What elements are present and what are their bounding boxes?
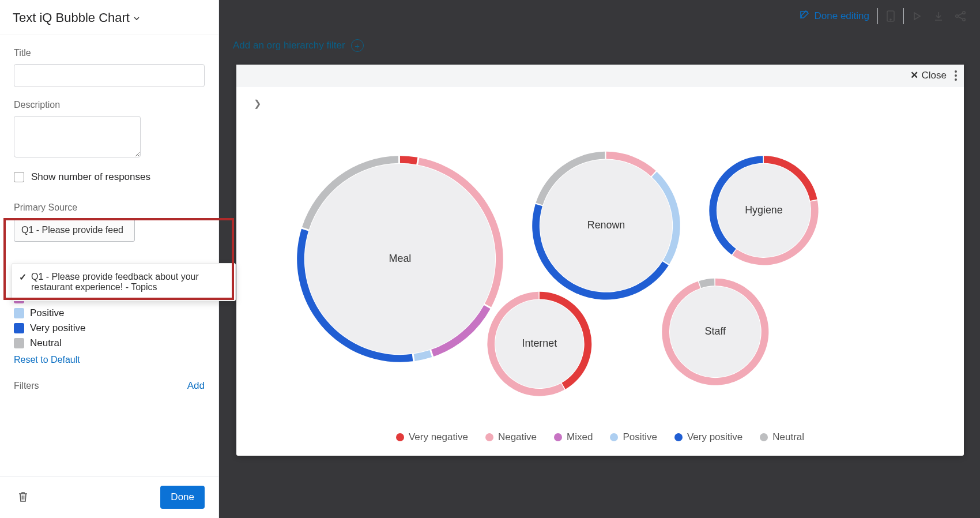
chevron-down-icon	[133, 10, 140, 25]
trash-icon	[17, 496, 29, 505]
description-input[interactable]	[14, 116, 141, 157]
filters-label: Filters	[14, 381, 39, 391]
canvas-toolbar: Done editing	[219, 0, 980, 32]
legend-mixed[interactable]: Mixed	[554, 431, 593, 443]
share-button[interactable]	[951, 7, 970, 25]
done-editing-button[interactable]: Done editing	[794, 6, 874, 27]
swatch-positive	[14, 308, 24, 318]
close-icon: ✕	[910, 69, 918, 81]
canvas: Done editing Add an org hierarchy filter…	[219, 0, 980, 518]
svg-point-2	[956, 15, 958, 17]
config-panel: Text iQ Bubble Chart Title Description S…	[0, 0, 219, 518]
chart-widget: ✕ Close ❯ MealRenownHygieneStaffInternet…	[236, 65, 964, 456]
primary-source-option[interactable]: ✓ Q1 - Please provide feedback about you…	[14, 268, 233, 296]
play-preview-button[interactable]	[907, 7, 926, 25]
legend-label: Very positive	[30, 322, 85, 334]
chart-legend: Very negative Negative Mixed Positive Ve…	[236, 431, 964, 456]
mobile-preview-button[interactable]	[881, 7, 900, 25]
svg-text:Renown: Renown	[587, 219, 625, 231]
swatch-very-positive	[14, 323, 24, 333]
primary-source-select[interactable]: Q1 - Please provide feed	[14, 219, 135, 242]
title-label: Title	[14, 48, 205, 58]
done-button[interactable]: Done	[160, 486, 205, 509]
svg-text:Internet: Internet	[522, 337, 557, 349]
primary-source-label: Primary Source	[14, 202, 205, 213]
download-button[interactable]	[929, 7, 948, 25]
edit-icon	[798, 9, 810, 24]
widget-header: ✕ Close	[236, 65, 964, 87]
done-editing-label: Done editing	[815, 10, 869, 22]
legend-positive[interactable]: Positive	[610, 431, 657, 443]
svg-text:Staff: Staff	[705, 325, 726, 337]
swatch-neutral	[14, 338, 24, 348]
legend-label: Neutral	[30, 337, 62, 349]
delete-button[interactable]	[14, 487, 32, 508]
svg-text:Meal: Meal	[389, 253, 412, 264]
primary-source-option-label: Q1 - Please provide feedback about your …	[31, 272, 228, 292]
legend-negative[interactable]: Negative	[485, 431, 537, 443]
plus-circle-icon: +	[351, 39, 364, 52]
description-label: Description	[14, 100, 205, 110]
bubble-chart-svg: MealRenownHygieneStaffInternet	[236, 87, 964, 431]
svg-point-3	[963, 12, 965, 14]
check-icon: ✓	[19, 272, 27, 283]
primary-source-selected: Q1 - Please provide feed	[21, 225, 123, 235]
svg-text:Hygiene: Hygiene	[745, 204, 783, 216]
primary-source-dropdown: ✓ Q1 - Please provide feedback about you…	[12, 263, 236, 301]
close-widget-button[interactable]: ✕ Close	[910, 69, 947, 81]
panel-title[interactable]: Text iQ Bubble Chart	[0, 0, 218, 35]
add-org-hierarchy-filter[interactable]: Add an org hierarchy filter +	[233, 39, 364, 52]
close-label: Close	[922, 70, 947, 81]
title-input[interactable]	[14, 64, 205, 87]
svg-point-1	[890, 19, 891, 20]
svg-point-4	[963, 18, 965, 21]
show-responses-label: Show number of responses	[31, 171, 150, 183]
add-filter-link[interactable]: Add	[187, 380, 205, 392]
panel-title-text: Text iQ Bubble Chart	[13, 10, 130, 25]
reset-default-link[interactable]: Reset to Default	[14, 355, 205, 365]
show-responses-checkbox[interactable]	[14, 172, 24, 182]
widget-menu-button[interactable]	[955, 70, 957, 81]
legend-label: Positive	[30, 307, 65, 319]
legend-very-positive[interactable]: Very positive	[674, 431, 742, 443]
org-filter-label: Add an org hierarchy filter	[233, 40, 345, 51]
legend-neutral[interactable]: Neutral	[760, 431, 804, 443]
chart-body: ❯ MealRenownHygieneStaffInternet	[236, 87, 964, 431]
legend-very-negative[interactable]: Very negative	[396, 431, 468, 443]
